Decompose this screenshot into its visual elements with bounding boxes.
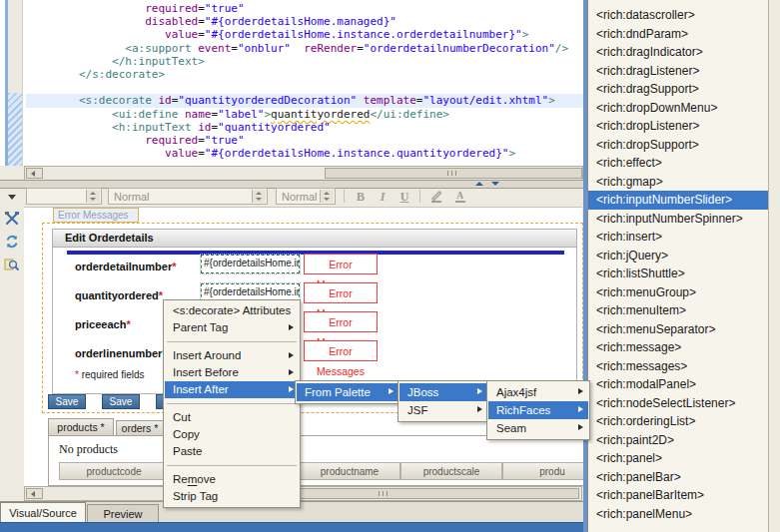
context-menu-item[interactable]: [167, 341, 297, 342]
visual-horizontal-scrollbar[interactable]: [24, 486, 582, 501]
scroll-left-arrow-icon[interactable]: [26, 168, 43, 179]
context-menu-item[interactable]: Insert After: [165, 381, 299, 398]
code-line[interactable]: <ui:define name="label">quantityordered<…: [26, 108, 583, 121]
palette-menu-item[interactable]: <rich:dropSupport>: [588, 136, 768, 155]
context-menu-item[interactable]: Paste: [165, 443, 299, 460]
visual-design-canvas[interactable]: Error Messages Edit Orderdetails orderde…: [24, 207, 582, 487]
submenu-item[interactable]: From Palette: [297, 383, 398, 401]
palette-menu-item[interactable]: <rich:paint2D>: [588, 431, 768, 450]
palette-menu-item[interactable]: <rich:panelBar>: [588, 468, 768, 487]
combo-spinner-icon[interactable]: [86, 190, 100, 203]
refresh-icon[interactable]: [4, 234, 20, 250]
palette-menu-item[interactable]: <rich:insert>: [588, 228, 768, 247]
code-line[interactable]: value="#{orderdetailsHome.instance.quant…: [26, 147, 583, 160]
italic-button[interactable]: I: [374, 189, 391, 205]
sash-collapse-down-icon[interactable]: [491, 182, 499, 186]
context-menu-item[interactable]: <s:decorate> Attributes: [165, 302, 299, 319]
source-horizontal-scrollbar[interactable]: [24, 166, 583, 181]
scrollbar-thumb[interactable]: [325, 168, 582, 179]
submenu-item[interactable]: RichFaces: [488, 401, 588, 419]
palette-menu-item[interactable]: <rich:datascroller>: [588, 6, 768, 25]
table-header-cell[interactable]: productcode: [59, 462, 169, 480]
field-error-messages[interactable]: Error Messages: [304, 340, 378, 361]
submenu-item[interactable]: Seam: [488, 419, 588, 437]
messages-component[interactable]: Error Messages: [53, 208, 139, 223]
context-menu-item[interactable]: Strip Tag: [165, 488, 299, 505]
field-error-messages[interactable]: Error Messages: [304, 311, 378, 332]
context-menu-item[interactable]: Copy: [165, 426, 299, 443]
code-line[interactable]: <s:decorate id="quantityorderedDecoratio…: [26, 94, 583, 107]
palette-menu-item[interactable]: <rich:listShuttle>: [588, 265, 768, 283]
editor-page-tab[interactable]: Visual/Source: [0, 502, 86, 523]
context-menu-item[interactable]: [167, 403, 297, 404]
code-line[interactable]: required="true": [26, 134, 583, 147]
code-line[interactable]: value="#{orderdetailsHome.instance.order…: [26, 28, 583, 41]
code-line[interactable]: [26, 81, 583, 94]
palette-menu-item[interactable]: <rich:panelBarItem>: [588, 486, 768, 505]
underline-button[interactable]: U: [395, 189, 413, 205]
context-menu-item[interactable]: Insert Before: [165, 364, 299, 381]
palette-menu-item[interactable]: <rich:panelMenu>: [588, 505, 768, 524]
palette-menu-item[interactable]: <rich:panel>: [588, 449, 768, 468]
palette-menu-item[interactable]: <rich:dragIndicator>: [588, 43, 768, 62]
font-family-combo[interactable]: [26, 188, 102, 205]
palette-menu-item[interactable]: <rich:effect>: [588, 154, 768, 173]
tab-products[interactable]: products *: [48, 418, 114, 435]
paragraph-style-combo[interactable]: Normal: [108, 188, 268, 205]
combo-spinner-icon[interactable]: [252, 190, 266, 203]
palette-menu-item[interactable]: <rich:menuGroup>: [588, 283, 768, 302]
palette-menu-item[interactable]: <rich:inputNumberSpinner>: [588, 210, 768, 229]
palette-menu-item[interactable]: <rich:message>: [588, 338, 768, 357]
editor-page-tab[interactable]: Preview: [87, 504, 159, 523]
palette-menu-item[interactable]: <rich:orderingList>: [588, 412, 768, 431]
context-menu-item[interactable]: Cut: [165, 409, 299, 426]
code-line[interactable]: </h:inputText>: [26, 55, 583, 68]
palette-menu-item[interactable]: <rich:gmap>: [588, 173, 768, 192]
palette-scrollbar[interactable]: [768, 0, 780, 532]
palette-menu-item[interactable]: <rich:menuSeparator>: [588, 320, 768, 339]
preview-search-icon[interactable]: [4, 257, 20, 272]
palette-menu-item[interactable]: <rich:dragSupport>: [588, 80, 768, 99]
palette-menu-item[interactable]: <rich:messages>: [588, 357, 768, 376]
highlight-color-icon[interactable]: [427, 189, 445, 205]
save-button[interactable]: Save: [48, 394, 86, 409]
combo-spinner-icon[interactable]: [320, 190, 334, 203]
code-line[interactable]: <a:support event="onblur" reRender="orde…: [26, 42, 583, 55]
code-lines[interactable]: required="true" disabled="#{orderdetails…: [26, 2, 583, 160]
tab-orders[interactable]: orders *: [116, 420, 164, 435]
edit-orderdetails-form[interactable]: Edit Orderdetails orderdetailnumber* #{o…: [52, 229, 577, 394]
palette-menu-item[interactable]: <rich:nodeSelectListener>: [588, 394, 768, 413]
scroll-left-arrow-icon[interactable]: [26, 488, 43, 499]
palette-menu-item[interactable]: <rich:dragListener>: [588, 62, 768, 81]
palette-menu-item[interactable]: <rich:inputNumberSlider>: [588, 191, 768, 210]
palette-menu-item[interactable]: <rich:menuItem>: [588, 301, 768, 320]
source-editor[interactable]: required="true" disabled="#{orderdetails…: [0, 0, 583, 166]
context-menu-item[interactable]: Remove: [165, 471, 299, 488]
bold-button[interactable]: B: [352, 189, 370, 205]
tools-icon[interactable]: [4, 211, 20, 227]
code-line[interactable]: <h:inputText id="quantityordered": [26, 121, 583, 134]
table-header-cell[interactable]: productscale: [400, 462, 502, 480]
font-color-icon[interactable]: A: [451, 189, 469, 205]
submenu-item[interactable]: JBoss: [399, 383, 487, 401]
code-line[interactable]: disabled="#{orderdetailsHome.managed}": [26, 15, 583, 28]
palette-menu-item[interactable]: <rich:dropListener>: [588, 117, 768, 136]
code-line[interactable]: </s:decorate>: [26, 68, 583, 81]
toolbar-menu-caret-icon[interactable]: [8, 195, 16, 200]
field-input[interactable]: #{orderdetailsHome.instar: [201, 255, 300, 273]
field-error-messages[interactable]: Error Messages: [304, 282, 378, 303]
palette-menu-item[interactable]: <rich:modalPanel>: [588, 375, 768, 394]
context-menu-item[interactable]: Insert Around: [165, 347, 299, 364]
context-menu-item[interactable]: Parent Tag: [165, 319, 299, 336]
save-button[interactable]: Save: [102, 394, 140, 409]
submenu-item[interactable]: JSF: [399, 401, 487, 419]
context-menu-item[interactable]: [167, 465, 297, 466]
field-error-messages[interactable]: Error Messages: [304, 254, 378, 274]
palette-menu-item[interactable]: <rich:dndParam>: [588, 25, 768, 44]
font-size-combo[interactable]: Normal: [276, 188, 336, 205]
table-header-cell[interactable]: productname: [299, 462, 400, 480]
code-line[interactable]: required="true": [26, 2, 583, 15]
sash-collapse-up-icon[interactable]: [475, 182, 483, 186]
submenu-item[interactable]: Ajax4jsf: [488, 383, 588, 401]
palette-menu-item[interactable]: <rich:dropDownMenu>: [588, 99, 768, 118]
